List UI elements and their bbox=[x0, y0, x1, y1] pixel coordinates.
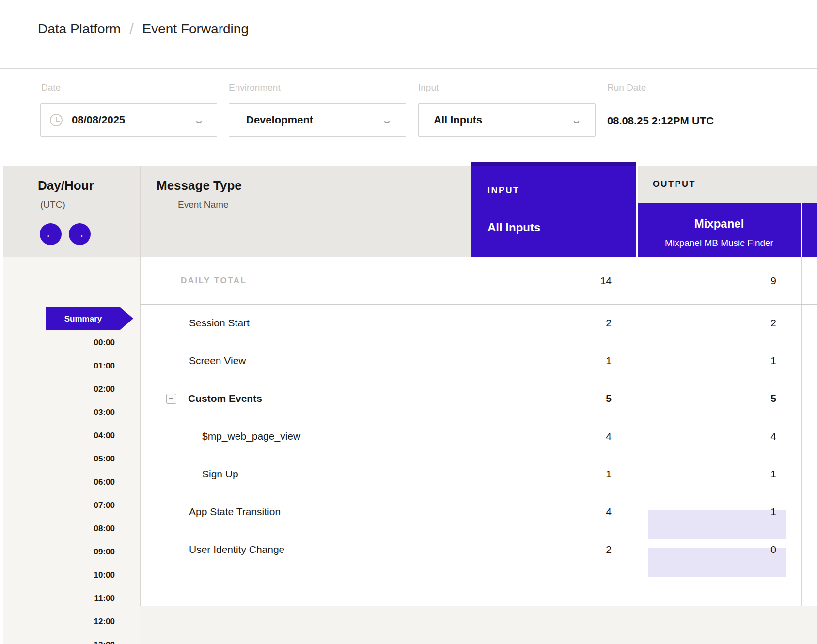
output-count: 5 bbox=[770, 393, 776, 404]
output-section-tag: OUTPUT bbox=[653, 179, 696, 189]
date-select[interactable]: 08/08/2025 ⌄ bbox=[40, 103, 217, 137]
chevron-down-icon: ⌄ bbox=[381, 114, 393, 126]
table-row-sign-up: Sign Up 1 1 bbox=[140, 455, 817, 493]
hour-row-03[interactable]: 03:00 bbox=[3, 401, 115, 424]
output-count: 2 bbox=[770, 317, 776, 328]
output-count: 1 bbox=[770, 468, 776, 479]
output-count: 4 bbox=[770, 430, 776, 442]
highlighted-cell bbox=[648, 548, 786, 577]
message-type-column-title: Message Type bbox=[157, 178, 242, 193]
hour-row-08[interactable]: 08:00 bbox=[3, 517, 115, 540]
next-day-button[interactable]: → bbox=[69, 223, 91, 245]
event-name: Sign Up bbox=[202, 468, 238, 480]
hour-row-07[interactable]: 07:00 bbox=[3, 494, 115, 517]
hour-row-09[interactable]: 09:00 bbox=[3, 540, 115, 564]
input-select[interactable]: All Inputs ⌄ bbox=[418, 103, 596, 137]
hour-row-10[interactable]: 10:00 bbox=[3, 564, 115, 587]
table-row-app-state-transition: App State Transition 4 1 bbox=[140, 493, 817, 531]
daily-total-output-value: 9 bbox=[637, 275, 802, 287]
hour-row-01[interactable]: 01:00 bbox=[3, 354, 115, 378]
chevron-down-icon: ⌄ bbox=[193, 114, 204, 126]
output-column-header-mixpanel[interactable]: Mixpanel Mixpanel MB Music Finder bbox=[638, 203, 801, 257]
hour-row-06[interactable]: 06:00 bbox=[3, 471, 115, 494]
date-select-value: 08/08/2025 bbox=[72, 114, 125, 126]
breadcrumb-separator: / bbox=[129, 21, 133, 37]
collapse-minus-icon[interactable]: − bbox=[166, 394, 176, 404]
hour-row-04[interactable]: 04:00 bbox=[3, 424, 115, 447]
table-row-screen-view: Screen View 1 1 bbox=[140, 342, 817, 380]
header-divider bbox=[0, 68, 817, 69]
input-count: 4 bbox=[471, 506, 637, 518]
message-type-column-subtitle: Event Name bbox=[178, 199, 229, 210]
input-column-tag: INPUT bbox=[487, 185, 520, 196]
event-name: App State Transition bbox=[189, 506, 281, 518]
highlighted-cell bbox=[648, 510, 786, 539]
event-rows: Session Start 2 2 Screen View 1 1 − Cust… bbox=[140, 304, 817, 568]
hour-row-02[interactable]: 02:00 bbox=[3, 378, 115, 401]
hour-row-13[interactable]: 13:00 bbox=[3, 633, 115, 644]
date-filter-label: Date bbox=[41, 82, 61, 93]
day-hour-column-title: Day/Hour bbox=[38, 178, 94, 193]
day-hour-column-subtitle: (UTC) bbox=[40, 199, 65, 210]
input-filter-label: Input bbox=[418, 82, 439, 93]
environment-filter-label: Environment bbox=[229, 82, 281, 93]
event-name: User Identity Change bbox=[189, 544, 284, 555]
table-row-session-start: Session Start 2 2 bbox=[140, 304, 817, 342]
output-column-subtitle: Mixpanel MB Music Finder bbox=[638, 238, 801, 248]
output-count: 1 bbox=[770, 506, 776, 517]
arrow-right-icon: → bbox=[75, 228, 85, 241]
event-name: $mp_web_page_view bbox=[202, 430, 300, 442]
hour-row-00[interactable]: 00:00 bbox=[3, 331, 115, 354]
input-count: 2 bbox=[471, 317, 637, 329]
summary-row-banner[interactable]: Summary bbox=[46, 307, 120, 330]
input-column-header[interactable]: INPUT All Inputs bbox=[471, 162, 636, 257]
output-column-header-next[interactable] bbox=[802, 203, 817, 257]
event-name: Screen View bbox=[189, 355, 246, 367]
hour-row-12[interactable]: 12:00 bbox=[3, 610, 115, 633]
hour-list: 00:00 01:00 02:00 03:00 04:00 05:00 06:0… bbox=[3, 331, 115, 644]
arrow-left-icon: ← bbox=[46, 228, 56, 241]
daily-total-row: DAILY TOTAL 14 9 bbox=[140, 257, 817, 304]
breadcrumb: Data Platform / Event Forwarding bbox=[38, 19, 249, 39]
input-count: 4 bbox=[471, 430, 637, 442]
input-count: 2 bbox=[471, 544, 637, 555]
chevron-down-icon: ⌄ bbox=[571, 114, 582, 126]
summary-arrow-tip-icon bbox=[120, 307, 133, 330]
table-row-mp-web-page-view: $mp_web_page_view 4 4 bbox=[140, 417, 817, 455]
prev-day-button[interactable]: ← bbox=[40, 223, 62, 245]
breadcrumb-page: Event Forwarding bbox=[142, 21, 249, 37]
environment-select-value: Development bbox=[246, 114, 313, 126]
clock-icon bbox=[50, 114, 63, 126]
run-date-value: 08.08.25 2:12PM UTC bbox=[607, 115, 714, 127]
event-name: Session Start bbox=[189, 317, 250, 329]
input-count: 1 bbox=[471, 355, 637, 367]
output-column-name: Mixpanel bbox=[638, 217, 801, 230]
input-count: 1 bbox=[471, 468, 637, 480]
daily-total-label: DAILY TOTAL bbox=[140, 276, 471, 286]
input-column-name: All Inputs bbox=[487, 221, 540, 234]
table-row-custom-events: − Custom Events 5 5 bbox=[140, 380, 817, 417]
hour-row-11[interactable]: 11:00 bbox=[3, 587, 115, 610]
daily-total-input-value: 14 bbox=[471, 275, 637, 287]
input-count: 5 bbox=[471, 393, 637, 404]
run-date-label: Run Date bbox=[607, 82, 646, 93]
table-footer-band bbox=[140, 606, 817, 644]
input-select-value: All Inputs bbox=[434, 114, 482, 126]
summary-label: Summary bbox=[64, 314, 102, 324]
event-name: Custom Events bbox=[188, 393, 262, 404]
output-count: 1 bbox=[770, 355, 776, 366]
environment-select[interactable]: Development ⌄ bbox=[229, 103, 406, 137]
breadcrumb-section[interactable]: Data Platform bbox=[38, 21, 121, 37]
hour-row-05[interactable]: 05:00 bbox=[3, 447, 115, 471]
output-count: 0 bbox=[770, 544, 776, 555]
